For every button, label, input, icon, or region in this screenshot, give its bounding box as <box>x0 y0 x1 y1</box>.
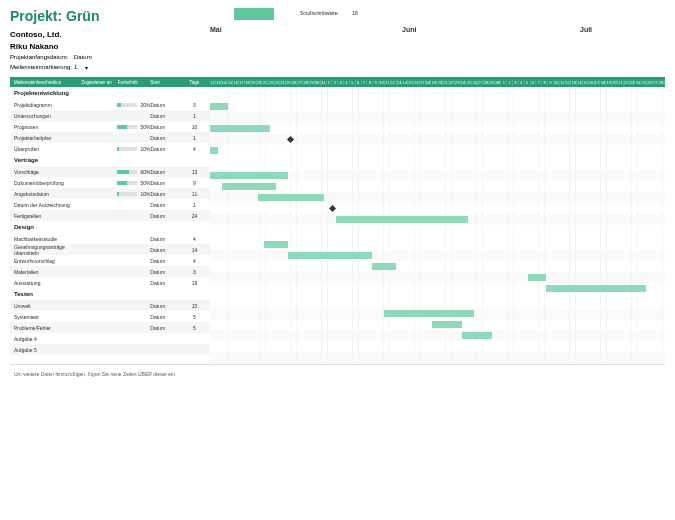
gantt-bar[interactable] <box>546 285 646 292</box>
task-row[interactable]: SystemtestDatum5 <box>10 311 210 322</box>
task-row[interactable]: Genehmigungsanträge übermittelnDatum14 <box>10 244 210 255</box>
gantt-bar[interactable] <box>528 274 546 281</box>
month-label: Juni <box>402 26 416 33</box>
milestone-label: Meilensteinmarkierung: <box>10 64 70 71</box>
today-indicator <box>234 8 274 20</box>
start-date-label: Projektanfangsdatum: <box>10 54 70 60</box>
section-header: Verträge <box>10 154 210 166</box>
start-date-value[interactable]: Datum <box>74 54 92 60</box>
task-row[interactable]: MaterialienDatum3 <box>10 266 210 277</box>
task-row[interactable]: UntersuchungenDatum1 <box>10 110 210 121</box>
milestone-diamond <box>329 205 336 212</box>
milestone-diamond <box>287 136 294 143</box>
manager-name: Riku Nakano <box>10 42 210 51</box>
gantt-bar[interactable] <box>432 321 462 328</box>
task-row[interactable]: Aufgabe 5 <box>10 344 210 355</box>
section-header: Design <box>10 221 210 233</box>
month-label: Mai <box>210 26 222 33</box>
task-row[interactable]: Überprüfen10%Datum4 <box>10 143 210 154</box>
header-left: Projekt: Grün Contoso, Ltd. Riku Nakano … <box>10 8 210 75</box>
gantt-bar[interactable] <box>210 147 218 154</box>
task-row[interactable]: AusstattungDatum19 <box>10 277 210 288</box>
task-row[interactable]: Projektdiagramm20%Datum3 <box>10 99 210 110</box>
header-right: Scrollschrittweite: 18 MaiJuniJuli <box>210 8 665 75</box>
gantt-bar[interactable] <box>210 125 270 132</box>
gantt-bar[interactable] <box>222 183 276 190</box>
month-label: Juli <box>580 26 592 33</box>
section-header: Projektentwicklung <box>10 87 210 99</box>
task-row[interactable]: Angebotsdatum10%Datum11 <box>10 188 210 199</box>
task-row[interactable]: Vorschläge60%Datum13 <box>10 166 210 177</box>
gantt-bar[interactable] <box>384 310 474 317</box>
task-row[interactable]: EntwurfsvorschlagDatum4 <box>10 255 210 266</box>
table-header: Meilensteinbeschreibun Zugewiesen an For… <box>10 77 210 87</box>
section-header: Testen <box>10 288 210 300</box>
task-row[interactable]: MachbarkeitsstudieDatum4 <box>10 233 210 244</box>
gantt-bar[interactable] <box>264 241 288 248</box>
gantt-bar[interactable] <box>258 194 324 201</box>
gantt-bar[interactable] <box>372 263 396 270</box>
task-row[interactable]: Datum der AuszeichnungDatum1 <box>10 199 210 210</box>
task-row[interactable]: FertigstellenDatum24 <box>10 210 210 221</box>
task-row[interactable]: Probleme/FehlerDatum5 <box>10 322 210 333</box>
scroll-label: Scrollschrittweite: <box>300 10 339 16</box>
gantt-bar[interactable] <box>462 332 492 339</box>
gantt-bar[interactable] <box>210 103 228 110</box>
task-row[interactable]: Aufgabe 4 <box>10 333 210 344</box>
project-title: Projekt: Grün <box>10 8 210 24</box>
milestone-value[interactable]: 1 <box>74 64 77 71</box>
task-row[interactable]: Prognosen50%Datum10 <box>10 121 210 132</box>
day-header: 1213141516171819202122232425262728293031… <box>210 77 665 87</box>
task-row[interactable]: Dokumentüberprüfung50%Datum9 <box>10 177 210 188</box>
gantt-bar[interactable] <box>210 172 288 179</box>
gantt-bar[interactable] <box>336 216 468 223</box>
task-row[interactable]: UmweltDatum15 <box>10 300 210 311</box>
company-name: Contoso, Ltd. <box>10 30 210 39</box>
task-row[interactable]: ProjektarbeitplanDatum1 <box>10 132 210 143</box>
gantt-bar[interactable] <box>288 252 372 259</box>
footer-hint: Um weitere Daten hinzuzufügen, fügen Sie… <box>10 371 665 377</box>
scroll-value[interactable]: 18 <box>352 10 358 16</box>
